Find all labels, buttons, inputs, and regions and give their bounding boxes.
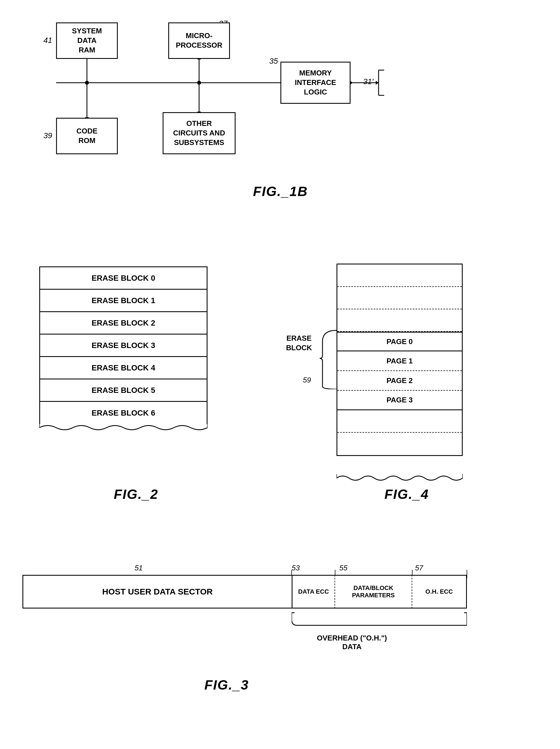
fig4-dashed-row-3: [337, 309, 462, 332]
erase-block-1: ERASE BLOCK 1: [40, 290, 207, 312]
label-59: 59: [303, 376, 311, 384]
fig4-section: PAGE 0 PAGE 1 PAGE 2 PAGE 3 ERASE BLOCK …: [280, 252, 533, 505]
fig3-main-row: HOST USER DATA SECTOR DATA ECC DATA/BLOC…: [22, 575, 522, 608]
erase-block-3: ERASE BLOCK 3: [40, 335, 207, 357]
erase-block-5: ERASE BLOCK 5: [40, 379, 207, 402]
svg-marker-11: [376, 81, 379, 85]
microprocessor-box: MICRO- PROCESSOR: [168, 22, 230, 59]
fig3-data-block-params: DATA/BLOCK PARAMETERS: [335, 575, 412, 608]
fig2-title: FIG._2: [114, 487, 158, 502]
fig4-page0: PAGE 0: [337, 332, 462, 351]
wavy-bottom-svg: [39, 424, 208, 432]
fig1b-title: FIG._1B: [253, 184, 308, 199]
fig4-dashed-row-1: [337, 264, 462, 287]
fig4-title: FIG._4: [385, 487, 429, 502]
overhead-label: OVERHEAD ("O.H.") DATA: [317, 634, 387, 651]
memory-interface-logic-box: MEMORY INTERFACE LOGIC: [280, 62, 350, 104]
erase-block-4: ERASE BLOCK 4: [40, 357, 207, 379]
erase-blocks-container: ERASE BLOCK 0 ERASE BLOCK 1 ERASE BLOCK …: [39, 266, 208, 424]
fig4-dashed-row-2: [337, 287, 462, 309]
erase-block-brace: [320, 327, 339, 389]
fig4-dashed-row-5: [337, 433, 462, 455]
svg-point-16: [85, 81, 89, 85]
system-data-ram-label: SYSTEM DATA RAM: [72, 26, 102, 55]
erase-block-0: ERASE BLOCK 0: [40, 267, 207, 290]
fig4-page3: PAGE 3: [337, 391, 462, 410]
microprocessor-label: MICRO- PROCESSOR: [176, 31, 222, 50]
fig3-section: 51 53 55 57 HOST USER DATA SECTOR DATA E…: [22, 555, 533, 696]
other-circuits-label: OTHER CIRCUITS AND SUBSYSTEMS: [173, 119, 225, 147]
fig4-main-box: PAGE 0 PAGE 1 PAGE 2 PAGE 3: [337, 263, 463, 456]
erase-block-6: ERASE BLOCK 6: [40, 402, 207, 424]
label-41: 41: [43, 36, 52, 45]
fig4-dashed-row-4: [337, 410, 462, 433]
erase-block-2: ERASE BLOCK 2: [40, 312, 207, 335]
fig3-oh-ecc: O.H. ECC: [412, 575, 467, 608]
fig4-page1: PAGE 1: [337, 351, 462, 371]
code-rom-label: CODE ROM: [76, 126, 97, 146]
code-rom-box: CODE ROM: [56, 118, 118, 154]
fig3-title: FIG._3: [204, 677, 249, 693]
fig1b-section: 41 37 35 31' 39 43: [28, 11, 533, 202]
svg-point-17: [197, 81, 201, 85]
system-data-ram-box: SYSTEM DATA RAM: [56, 22, 118, 59]
label-31: 31': [363, 77, 373, 86]
fig3-host-user-data: HOST USER DATA SECTOR: [22, 575, 292, 608]
fig4-page2: PAGE 2: [337, 371, 462, 391]
memory-interface-logic-label: MEMORY INTERFACE LOGIC: [295, 68, 336, 97]
other-circuits-box: OTHER CIRCUITS AND SUBSYSTEMS: [163, 112, 236, 154]
page: 41 37 35 31' 39 43: [0, 0, 560, 749]
erase-block-label-fig4: ERASE BLOCK: [286, 334, 312, 353]
label-35: 35: [269, 57, 278, 66]
overhead-brace-svg: [292, 611, 467, 628]
label-39: 39: [43, 131, 52, 140]
fig2-section: ERASE BLOCK 0 ERASE BLOCK 1 ERASE BLOCK …: [17, 252, 255, 505]
overhead-brace: [292, 611, 467, 629]
fig4-wavy-bottom: [337, 474, 463, 482]
fig3-data-ecc: DATA ECC: [292, 575, 335, 608]
